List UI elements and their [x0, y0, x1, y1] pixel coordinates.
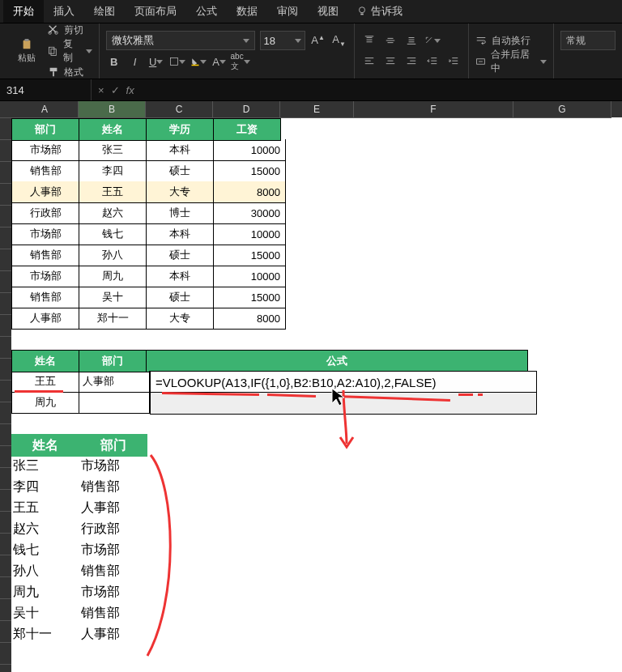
increase-font-icon: A▲: [311, 34, 325, 46]
row-header[interactable]: [0, 446, 11, 468]
row-header[interactable]: [0, 337, 11, 359]
phonetic-button[interactable]: abc文: [232, 53, 249, 70]
increase-font-button[interactable]: A▲: [310, 32, 326, 49]
lightbulb-icon: [356, 6, 368, 17]
column-header-B[interactable]: B: [79, 101, 146, 118]
row-header[interactable]: [0, 402, 11, 424]
row-header[interactable]: [0, 534, 11, 555]
row-header[interactable]: [0, 381, 11, 402]
paste-button[interactable]: 粘贴: [10, 39, 43, 64]
bold-button[interactable]: B: [106, 53, 122, 70]
row-header[interactable]: [0, 512, 11, 534]
blank-cell: [11, 329, 78, 350]
table1-cell: 行政部: [11, 202, 79, 224]
table1-cell: 赵六: [79, 202, 147, 224]
row-header[interactable]: [0, 621, 11, 643]
fill-color-icon: [190, 56, 200, 67]
wrap-label: 自动换行: [492, 34, 530, 48]
row-header[interactable]: [0, 249, 11, 271]
italic-button[interactable]: I: [127, 53, 143, 70]
row-header[interactable]: [0, 424, 11, 446]
tell-me-button[interactable]: 告诉我: [348, 0, 411, 23]
table2-formula-cell[interactable]: [150, 392, 537, 415]
merge-center-button[interactable]: 合并后居中: [475, 53, 547, 70]
row-header[interactable]: [0, 228, 11, 249]
name-box[interactable]: 314: [0, 79, 92, 100]
column-header-E[interactable]: E: [280, 101, 354, 118]
column-header-D[interactable]: D: [213, 101, 280, 118]
align-right-button[interactable]: [403, 53, 420, 70]
row-header[interactable]: [0, 490, 11, 512]
table3-cell: 人事部: [79, 497, 147, 518]
confirm-formula-button[interactable]: ✓: [111, 84, 120, 96]
bold-icon: B: [110, 56, 117, 68]
row-header[interactable]: [0, 643, 11, 665]
table1-cell: 硕士: [147, 287, 214, 308]
tab-页面布局[interactable]: 页面布局: [125, 0, 186, 23]
row-header[interactable]: [0, 577, 11, 599]
row-header[interactable]: [0, 118, 11, 140]
copy-button[interactable]: 复制: [48, 42, 92, 60]
increase-indent-button[interactable]: [445, 53, 462, 70]
underline-button[interactable]: U: [148, 53, 164, 70]
table2-formula-cell[interactable]: =VLOOKUP(A13,IF({1,0},B2:B10,A2:A10),2,F…: [150, 371, 537, 393]
font-name-select[interactable]: 微软雅黑: [106, 31, 255, 50]
paste-icon: [21, 39, 32, 50]
fill-color-button[interactable]: [190, 53, 207, 70]
row-header[interactable]: [0, 293, 11, 315]
cancel-formula-button[interactable]: ×: [98, 84, 104, 96]
row-header[interactable]: [0, 206, 11, 228]
row-header[interactable]: [0, 599, 11, 621]
cut-button[interactable]: 剪切: [48, 21, 92, 39]
align-left-button[interactable]: [361, 53, 377, 70]
ribbon-toolbar: 粘贴 剪切 复制 格式: [0, 23, 622, 79]
spreadsheet-grid[interactable]: 部门姓名学历工资市场部张三本科10000销售部李四硕士15000人事部王五大专8…: [11, 118, 622, 672]
format-icon: [48, 66, 59, 78]
row-header[interactable]: [0, 315, 11, 337]
table1-cell: 销售部: [11, 160, 79, 182]
format-painter-button[interactable]: 格式: [48, 63, 92, 81]
table2-header: 公式: [147, 350, 528, 372]
row-header[interactable]: [0, 271, 11, 293]
decrease-indent-icon: [427, 56, 438, 67]
align-center-button[interactable]: [382, 53, 398, 70]
row-header[interactable]: [0, 468, 11, 490]
increase-indent-icon: [448, 56, 459, 67]
tab-审阅[interactable]: 审阅: [267, 0, 308, 23]
align-center-icon: [385, 56, 396, 67]
border-icon: [169, 56, 179, 67]
row-header[interactable]: [0, 359, 11, 381]
svg-rect-8: [170, 58, 177, 66]
paste-label: 粘贴: [18, 52, 36, 64]
tab-公式[interactable]: 公式: [186, 0, 227, 23]
fx-icon[interactable]: fx: [126, 84, 134, 96]
column-header-F[interactable]: F: [354, 101, 513, 118]
row-header[interactable]: [0, 665, 11, 672]
font-size-select[interactable]: 18: [260, 31, 305, 50]
row-header[interactable]: [0, 184, 11, 206]
underline-icon: U: [149, 56, 156, 68]
number-format-select[interactable]: 常规: [560, 31, 616, 50]
border-button[interactable]: [169, 53, 185, 70]
column-header-G[interactable]: G: [513, 101, 611, 118]
column-header-A[interactable]: A: [11, 101, 79, 118]
select-all-corner[interactable]: [0, 101, 11, 118]
column-header-C[interactable]: C: [146, 101, 213, 118]
decrease-font-button[interactable]: A▼: [331, 32, 347, 49]
align-top-button[interactable]: [361, 32, 377, 49]
row-header[interactable]: [0, 140, 11, 162]
align-bottom-icon: [406, 35, 417, 46]
font-color-button[interactable]: A: [211, 53, 228, 70]
row-header[interactable]: [0, 162, 11, 184]
orientation-button[interactable]: [424, 32, 441, 49]
decrease-indent-button[interactable]: [424, 53, 441, 70]
tab-视图[interactable]: 视图: [308, 0, 348, 23]
table1-cell: 钱七: [79, 223, 147, 245]
align-middle-button[interactable]: [382, 32, 398, 49]
row-header[interactable]: [0, 555, 11, 577]
align-bottom-button[interactable]: [403, 32, 420, 49]
table3-cell: 销售部: [79, 476, 147, 497]
table2-cell: [79, 392, 150, 414]
tab-数据[interactable]: 数据: [227, 0, 267, 23]
wrap-text-button[interactable]: 自动换行: [475, 32, 547, 49]
